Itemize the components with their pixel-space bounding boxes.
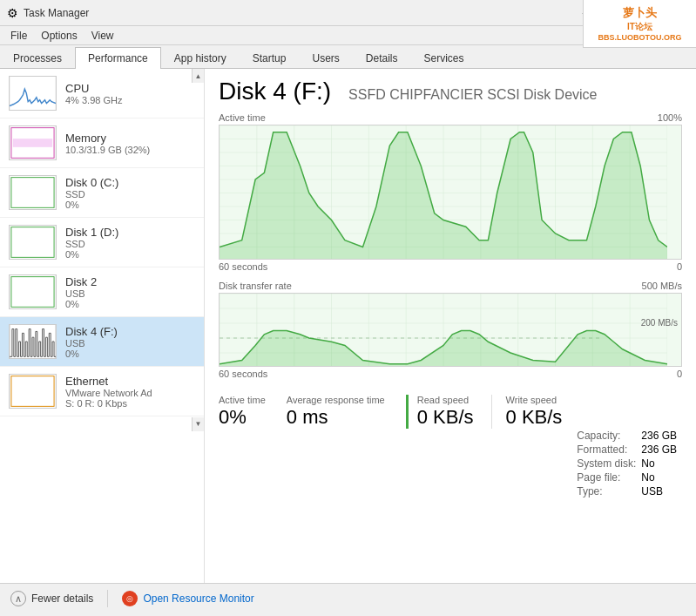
tab-performance[interactable]: Performance [75, 47, 161, 69]
tab-startup[interactable]: Startup [240, 47, 300, 69]
ethernet-thumb [9, 374, 57, 409]
active-time-stat: Active time 0% [219, 395, 266, 429]
resource-monitor-icon: ◎ [122, 591, 138, 606]
cpu-thumb [9, 76, 57, 111]
stats-row: Active time 0% Average response time 0 m… [219, 395, 682, 498]
svg-rect-0 [10, 77, 56, 111]
fewer-details-button[interactable]: ∧ Fewer details [10, 591, 93, 606]
disk1-sub1: SSD [65, 239, 195, 249]
cpu-name: CPU [65, 82, 195, 95]
right-stats: Capacity: 236 GB Formatted: 236 GB Syste… [577, 429, 682, 498]
menu-file[interactable]: File [3, 28, 34, 44]
avg-response-label: Average response time [287, 395, 385, 405]
tab-bar: Processes Performance App history Startu… [0, 45, 696, 69]
chart1-header: Active time 100% [219, 112, 682, 123]
chart2-zero: 0 [677, 369, 682, 379]
chart2-time: 60 seconds [219, 369, 267, 379]
fewer-details-icon: ∧ [10, 591, 26, 606]
disk2-sub1: USB [65, 288, 195, 299]
open-resource-monitor-button[interactable]: ◎ Open Resource Monitor [122, 591, 253, 606]
disk1-sub2: 0% [65, 249, 195, 260]
sidebar-scroll-down[interactable]: ▼ [192, 417, 204, 431]
tab-processes[interactable]: Processes [0, 47, 75, 69]
read-speed-value: 0 KB/s [417, 406, 474, 429]
active-time-label: Active time [219, 395, 266, 405]
ethernet-sub2: S: 0 R: 0 Kbps [65, 398, 195, 409]
page-file-value: No [641, 470, 682, 484]
ethernet-name: Ethernet [65, 375, 195, 388]
open-resource-monitor-link[interactable]: Open Resource Monitor [143, 592, 253, 605]
chart2-max: 500 MB/s [642, 281, 682, 291]
speed-divider [491, 395, 492, 429]
disk0-thumb [9, 175, 57, 210]
tab-app-history[interactable]: App history [161, 47, 240, 69]
disk1-info: Disk 1 (D:) SSD 0% [65, 226, 195, 260]
sidebar-item-disk4[interactable]: Disk 4 (F:) USB 0% [0, 317, 204, 367]
sidebar: ▲ CPU 4% 3.98 GHz [0, 69, 205, 583]
disk0-sub2: 0% [65, 200, 195, 210]
read-speed-label: Read speed [417, 395, 474, 405]
svg-rect-3 [13, 139, 52, 147]
tab-users[interactable]: Users [299, 47, 352, 69]
speed-section: Read speed 0 KB/s Write speed 0 KB/s [406, 395, 563, 429]
disk-main-title: Disk 4 (F:) [219, 78, 331, 105]
sidebar-item-disk1[interactable]: Disk 1 (D:) SSD 0% [0, 218, 204, 267]
write-speed-value: 0 KB/s [506, 406, 563, 429]
app-title: Task Manager [24, 7, 89, 19]
chart2-mid-label: 200 MB/s [641, 318, 678, 328]
chart1-footer: 60 seconds 0 [219, 261, 682, 272]
memory-name: Memory [65, 132, 195, 145]
main-content: ▲ CPU 4% 3.98 GHz [0, 69, 696, 583]
disk4-info: Disk 4 (F:) USB 0% [65, 325, 195, 359]
disk1-name: Disk 1 (D:) [65, 226, 195, 239]
cpu-sub: 4% 3.98 GHz [65, 95, 195, 105]
tab-details[interactable]: Details [353, 47, 411, 69]
sidebar-item-cpu[interactable]: CPU 4% 3.98 GHz [0, 69, 204, 118]
disk4-sub2: 0% [65, 349, 195, 359]
chart1-max: 100% [658, 112, 682, 123]
menu-options[interactable]: Options [34, 28, 84, 44]
app-icon: ⚙ [7, 6, 18, 20]
chart1-box [219, 125, 682, 260]
logo-area: 萝卜头 IT论坛 BBS.LUOBOTOU.ORG [583, 0, 696, 48]
system-disk-value: No [641, 457, 682, 470]
type-value: USB [641, 484, 682, 498]
capacity-value: 236 GB [641, 429, 682, 443]
disk-device-name: SSFD CHIPFANCIER SCSI Disk Device [348, 87, 597, 103]
sidebar-item-ethernet[interactable]: Ethernet VMware Network Ad S: 0 R: 0 Kbp… [0, 367, 204, 416]
memory-sub: 10.3/31.9 GB (32%) [65, 145, 195, 155]
ethernet-sub1: VMware Network Ad [65, 388, 195, 398]
chart1-zero: 0 [677, 261, 682, 272]
disk1-thumb [9, 225, 57, 260]
sidebar-item-disk2[interactable]: Disk 2 USB 0% [0, 267, 204, 317]
write-speed-label: Write speed [506, 395, 563, 405]
svg-rect-8 [10, 275, 56, 309]
sidebar-scroll-up[interactable]: ▲ [192, 69, 204, 83]
active-time-value: 0% [219, 406, 266, 429]
disk4-sub1: USB [65, 338, 195, 349]
active-time-chart-container: Active time 100% 60 seconds 0 [219, 112, 682, 274]
disk2-info: Disk 2 USB 0% [65, 275, 195, 309]
avg-response-value: 0 ms [287, 406, 385, 429]
ethernet-info: Ethernet VMware Network Ad S: 0 R: 0 Kbp… [65, 375, 195, 409]
page-file-label: Page file: [577, 470, 641, 484]
memory-thumb [9, 125, 57, 160]
transfer-rate-chart-container: Disk transfer rate 500 MB/s 200 MB/s 60 … [219, 281, 682, 381]
bottom-divider [107, 590, 108, 607]
disk0-name: Disk 0 (C:) [65, 176, 195, 189]
capacity-label: Capacity: [577, 429, 641, 443]
menu-view[interactable]: View [84, 28, 121, 44]
sidebar-item-memory[interactable]: Memory 10.3/31.9 GB (32%) [0, 118, 204, 168]
chart1-label: Active time [219, 112, 266, 123]
sidebar-item-disk0[interactable]: Disk 0 (C:) SSD 0% [0, 168, 204, 218]
chart1-time: 60 seconds [219, 261, 267, 272]
disk-title-row: Disk 4 (F:) SSFD CHIPFANCIER SCSI Disk D… [219, 78, 682, 105]
svg-rect-4 [10, 176, 56, 210]
chart2-label: Disk transfer rate [219, 281, 292, 291]
avg-response-stat: Average response time 0 ms [287, 395, 385, 429]
disk4-thumb [9, 324, 57, 359]
svg-rect-11 [10, 375, 56, 409]
disk2-sub2: 0% [65, 299, 195, 309]
chart2-box: 200 MB/s [219, 293, 682, 367]
tab-services[interactable]: Services [411, 47, 477, 69]
